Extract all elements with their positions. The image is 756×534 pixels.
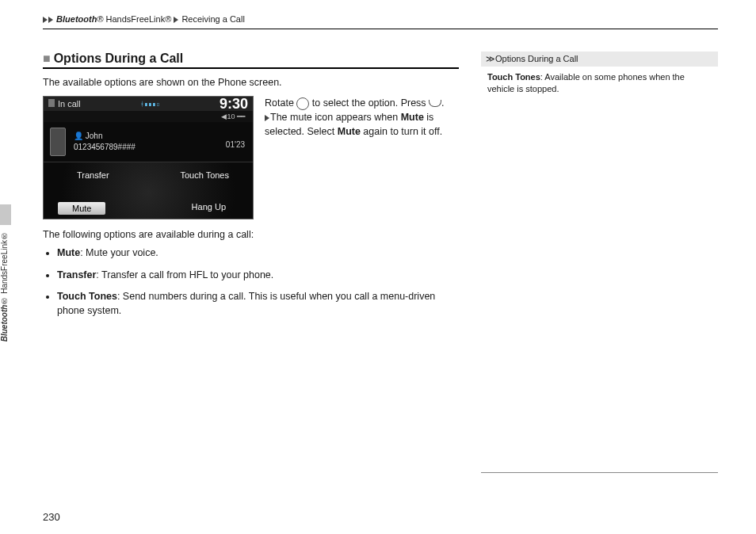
- option-transfer: Transfer: [77, 170, 109, 180]
- term: Touch Tones: [57, 291, 117, 302]
- margin-tab: Bluetooth® HandsFreeLink®: [0, 204, 11, 352]
- arrow-icon: [174, 17, 178, 23]
- bt-signal-icon: ᚼ▮▮▮▯: [140, 101, 160, 108]
- section-title-text: Options During a Call: [54, 51, 184, 65]
- option-touch-tones: Touch Tones: [180, 170, 229, 180]
- arrow-icon: [48, 17, 53, 23]
- section-title: ■Options During a Call: [43, 51, 459, 69]
- breadcrumb-l1: Bluetooth: [56, 14, 97, 24]
- section-intro: The available options are shown on the P…: [43, 77, 459, 88]
- txt-bold: Mute: [338, 126, 361, 137]
- side-column: ≫Options During a Call Touch Tones: Avai…: [481, 51, 718, 473]
- clock: 9:30: [220, 96, 248, 113]
- txt: Rotate: [265, 97, 296, 109]
- instruction-text: Rotate to select the option. Press . The…: [265, 96, 459, 139]
- tab-marker: [0, 204, 11, 225]
- breadcrumb-l1-suffix: ® HandsFreeLink®: [97, 14, 171, 24]
- side-note-body: Touch Tones: Available on some phones wh…: [481, 67, 718, 101]
- txt: .: [441, 97, 444, 109]
- side-term: Touch Tones: [487, 72, 540, 82]
- txt-bold: Mute: [401, 112, 424, 123]
- options-list: Mute: Mute your voice. Transfer: Transfe…: [43, 246, 459, 318]
- term: Mute: [57, 247, 80, 258]
- arrow-icon: [265, 115, 269, 121]
- arrow-icon: [43, 17, 48, 23]
- desc: : Transfer a call from HFL to your phone…: [96, 269, 273, 280]
- side-note-header: ≫Options During a Call: [481, 51, 718, 67]
- breadcrumb-l2: Receiving a Call: [181, 14, 244, 24]
- manual-page: Bluetooth® HandsFreeLink® Receiving a Ca…: [0, 0, 756, 534]
- call-duration: 01'23: [226, 139, 245, 151]
- caller-name: 👤 John: [74, 131, 136, 142]
- margin-label: Bluetooth® HandsFreeLink®: [0, 231, 9, 341]
- list-lead: The following options are available duri…: [43, 229, 459, 240]
- handset-icon: [50, 128, 66, 156]
- option-hang-up: Hang Up: [192, 202, 226, 212]
- option-mute-selected: Mute: [58, 202, 105, 215]
- page-number: 230: [43, 511, 60, 523]
- side-title: Options During a Call: [495, 54, 578, 63]
- rotary-knob-icon: [296, 97, 309, 110]
- phone-screenshot: In call ᚼ▮▮▮▯ 9:30 ◀10 ━━ 👤 John 0123456…: [43, 96, 254, 219]
- call-status: In call: [58, 99, 81, 109]
- phone-status-icon: [48, 99, 55, 107]
- term: Transfer: [57, 269, 96, 280]
- list-item: Transfer: Transfer a call from HFL to yo…: [57, 269, 459, 283]
- txt: again to turn it off.: [361, 126, 442, 137]
- desc: : Mute your voice.: [80, 247, 158, 258]
- breadcrumb: Bluetooth® HandsFreeLink® Receiving a Ca…: [43, 14, 718, 29]
- volume-indicator: ◀10 ━━: [221, 113, 245, 120]
- caller-number: 0123456789####: [74, 142, 136, 153]
- press-knob-icon: [429, 100, 441, 107]
- list-item: Mute: Mute your voice.: [57, 246, 459, 261]
- txt: The mute icon appears when: [270, 112, 401, 123]
- main-column: ■Options During a Call The available opt…: [43, 51, 459, 473]
- list-item: Touch Tones: Send numbers during a call.…: [57, 290, 459, 318]
- txt: to select the option. Press: [309, 97, 429, 109]
